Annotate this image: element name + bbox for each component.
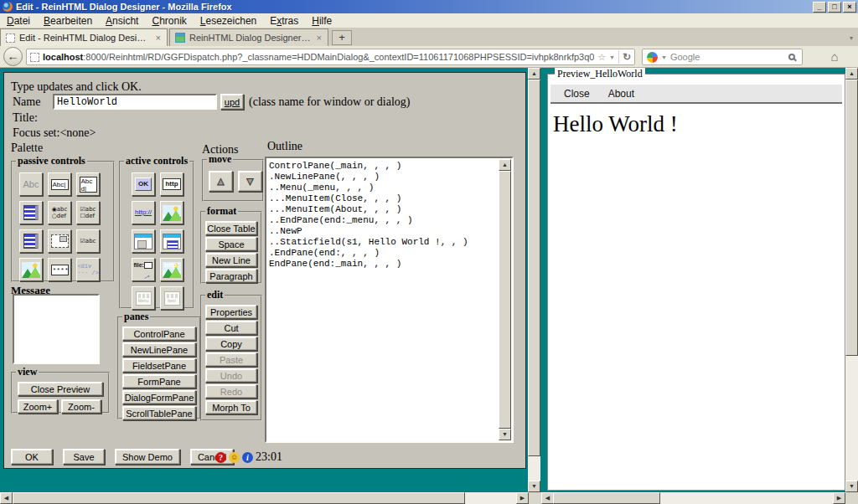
text-area-icon[interactable]: Abc d| <box>76 172 100 196</box>
scrollbar-thumb[interactable] <box>845 80 858 356</box>
paragraph-button[interactable]: Paragraph <box>205 269 257 283</box>
controlpane-button[interactable]: ControlPane <box>122 327 196 341</box>
menu-item[interactable]: Hilfe <box>305 14 339 28</box>
html-div-icon[interactable]: <div ··· /> <box>76 258 100 281</box>
search-input[interactable]: Google <box>670 52 785 62</box>
password-field-icon[interactable]: ****| <box>48 258 71 281</box>
right-frame-vscrollbar[interactable]: ▲ ▼ <box>845 68 858 492</box>
static-text-icon[interactable]: Abc <box>19 172 43 196</box>
menu-item[interactable]: Chronik <box>145 14 193 28</box>
tab-edit-dialog-designer[interactable]: Edit - ReinHTML Dialog Designer × <box>0 28 168 46</box>
list-all-tabs-icon[interactable]: ▾ <box>850 34 853 42</box>
text-field-icon[interactable]: Abc| <box>48 172 71 196</box>
close-preview-button[interactable]: Close Preview <box>18 382 103 396</box>
close-table-button[interactable]: Close Table <box>205 221 257 235</box>
search-icon[interactable] <box>788 54 795 60</box>
scrollbar-thumb[interactable] <box>499 171 511 429</box>
listbox-icon[interactable] <box>19 201 43 224</box>
search-bar[interactable]: ▼ Google <box>642 49 803 65</box>
hyperlink-icon[interactable]: http:// <box>132 201 155 224</box>
right-frame-hscrollbar[interactable]: ◀ ▶ <box>541 492 845 504</box>
bookmark-star-icon[interactable]: ☆ <box>597 52 606 63</box>
newlinepane-button[interactable]: NewLinePane <box>122 342 196 357</box>
move-up-button[interactable]: ▲ <box>209 171 233 192</box>
home-icon[interactable]: ⌂ <box>824 48 845 66</box>
preview-menu-about[interactable]: About <box>608 88 634 100</box>
menu-item[interactable]: Bearbeiten <box>37 14 99 28</box>
scroll-up-icon[interactable]: ▲ <box>499 159 511 171</box>
tab-close-icon[interactable]: × <box>316 33 323 43</box>
name-input[interactable] <box>53 94 217 110</box>
search-engine-dropdown-icon[interactable]: ▼ <box>661 54 667 60</box>
image-icon[interactable] <box>19 258 43 281</box>
checkbox-icon[interactable]: ☑abc <box>76 229 100 253</box>
scrollbar-thumb[interactable] <box>528 80 540 456</box>
cut-button[interactable]: Cut <box>205 321 257 335</box>
left-frame-vscrollbar[interactable]: ▲ ▼ <box>528 68 540 492</box>
show-demo-button[interactable]: Show Demo <box>115 449 180 465</box>
listbox2-icon[interactable] <box>19 229 43 253</box>
move-down-button[interactable]: ▼ <box>238 171 262 192</box>
window-list-icon[interactable] <box>160 229 183 253</box>
outline-scrollbar[interactable]: ▲ ▼ <box>499 159 511 440</box>
file-upload-icon[interactable]: file: <box>132 258 155 281</box>
scroll-left-icon[interactable]: ◀ <box>541 492 554 504</box>
scrolltablepane-button[interactable]: ScrollTablePane <box>122 406 196 420</box>
scrollbar-thumb[interactable] <box>13 492 465 504</box>
tab-close-icon[interactable]: × <box>155 33 162 43</box>
message-textarea[interactable] <box>13 294 100 364</box>
checkbox-group-icon[interactable]: ☑abc ☐def <box>76 201 100 224</box>
scroll-right-icon[interactable]: ▶ <box>516 492 529 504</box>
url-bar[interactable]: localhost:8000/Reinhtml/RD/GGFDispatch.p… <box>26 49 635 65</box>
smiley-icon[interactable]: ☺ <box>229 452 240 463</box>
save-button[interactable]: Save <box>63 449 105 465</box>
morph-to-button[interactable]: Morph To <box>205 400 257 414</box>
help-icon[interactable]: ? <box>215 452 226 463</box>
http-button-icon[interactable]: http <box>160 172 183 196</box>
http-image-icon[interactable]: http: <box>160 258 183 281</box>
zoom-out-button[interactable]: Zoom- <box>61 399 101 414</box>
maximize-button[interactable]: □ <box>828 2 841 13</box>
back-button[interactable]: ← <box>3 47 23 66</box>
formpane-button[interactable]: FormPane <box>122 374 196 388</box>
scroll-down-icon[interactable]: ▼ <box>528 481 540 492</box>
upd-button[interactable]: upd <box>220 94 244 110</box>
scroll-up-icon[interactable]: ▲ <box>845 68 858 80</box>
scroll-right-icon[interactable]: ▶ <box>833 492 845 504</box>
combobox-icon[interactable] <box>48 229 71 253</box>
menu-item[interactable]: Datei <box>0 14 37 28</box>
window-titlebar[interactable]: Edit - ReinHTML Dialog Designer - Mozill… <box>0 0 858 13</box>
close-button[interactable]: × <box>843 2 856 13</box>
scroll-left-icon[interactable]: ◀ <box>0 492 13 504</box>
space-button[interactable]: Space <box>205 237 257 251</box>
outline-list[interactable]: ControlPane(_main, , , ) .NewLinePane(, … <box>265 157 514 443</box>
reload-icon[interactable]: ↻ <box>623 51 631 63</box>
ok-button[interactable]: OK <box>11 449 53 465</box>
ok-button-icon[interactable]: OK <box>132 172 155 196</box>
info-icon[interactable]: i <box>242 452 253 463</box>
properties-button[interactable]: Properties <box>205 305 257 319</box>
window-button-icon[interactable] <box>132 229 155 253</box>
scroll-down-icon[interactable]: ▼ <box>499 429 511 440</box>
menu-item[interactable]: Ansicht <box>99 14 145 28</box>
preview-menu-close[interactable]: Close <box>564 88 590 100</box>
minimize-button[interactable]: _ <box>813 2 826 13</box>
scroll-up-icon[interactable]: ▲ <box>528 68 540 80</box>
dialogformpane-button[interactable]: DialogFormPane <box>122 390 196 404</box>
left-frame-hscrollbar[interactable]: ◀ ▶ <box>0 492 529 504</box>
url-dropdown-icon[interactable]: ▼ <box>609 54 615 60</box>
tab-homepage[interactable]: ReinHTML Dialog Designer - Homepage × <box>169 28 328 46</box>
url-text[interactable]: localhost:8000/Reinhtml/RD/GGFDispatch.p… <box>43 52 594 62</box>
scrollbar-thumb[interactable] <box>553 492 660 504</box>
image-add-icon[interactable]: + <box>160 201 183 224</box>
menu-item[interactable]: Extras <box>263 14 305 28</box>
menu-item[interactable]: Lesezeichen <box>194 14 263 28</box>
scroll-down-icon[interactable]: ▼ <box>845 481 858 492</box>
zoom-in-button[interactable]: Zoom+ <box>18 399 58 414</box>
radio-group-icon[interactable]: ◉abc ○def <box>48 201 71 224</box>
menu-item-icon[interactable]: Item <box>160 286 183 310</box>
new-line-button[interactable]: New Line <box>205 253 257 267</box>
new-tab-button[interactable]: + <box>332 30 352 45</box>
copy-button[interactable]: Copy <box>205 337 257 351</box>
fieldsetpane-button[interactable]: FieldsetPane <box>122 358 196 373</box>
